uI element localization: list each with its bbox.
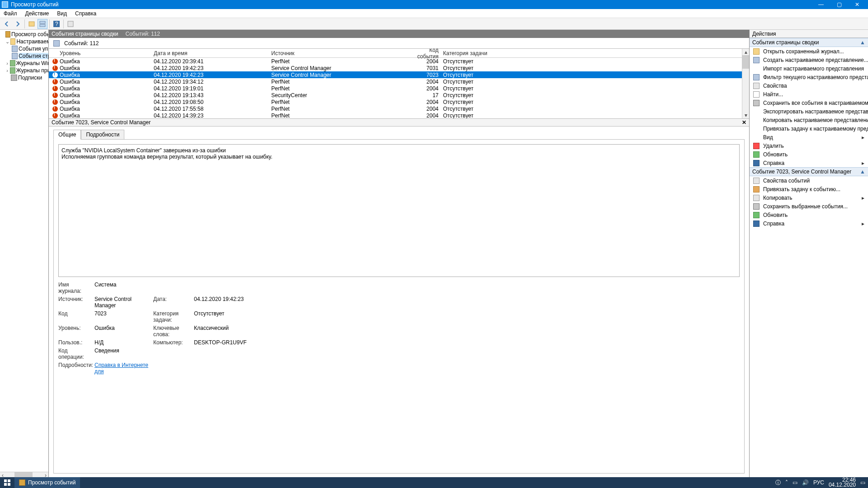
forward-button[interactable]: [13, 19, 23, 29]
svg-rect-0: [29, 22, 34, 26]
col-level[interactable]: Уровень: [60, 50, 154, 56]
tray-help-icon[interactable]: ⓘ: [775, 479, 781, 487]
error-icon: [52, 86, 58, 91]
action-properties[interactable]: Свойства: [750, 81, 868, 90]
table-row[interactable]: Ошибка 04.12.2020 19:08:50 PerfNet 2004 …: [49, 99, 742, 105]
action-delete[interactable]: Удалить: [750, 141, 868, 150]
menu-file[interactable]: Файл: [2, 9, 19, 18]
minimize-button[interactable]: —: [812, 1, 830, 8]
action-save-selected[interactable]: Сохранить выбранные события...: [750, 202, 868, 211]
col-datetime[interactable]: Дата и время: [154, 50, 271, 56]
event-grid: Уровень Дата и время Источник Код событи…: [49, 49, 742, 118]
tray-volume-icon[interactable]: 🔊: [802, 479, 809, 486]
error-icon: [52, 99, 58, 105]
system-tray: ⓘ ˄ ▭ 🔊 РУС 22:4604.12.2020 ▭: [775, 478, 868, 488]
error-icon: [52, 59, 58, 64]
help-icon: [753, 221, 760, 227]
actions-section-1[interactable]: События страницы сводки▲: [750, 38, 868, 47]
tray-chevron-icon[interactable]: ˄: [785, 479, 788, 486]
error-icon: [52, 66, 58, 71]
grid-vscroll[interactable]: ▴▾: [742, 49, 749, 118]
error-icon: [52, 72, 58, 78]
close-button[interactable]: ✕: [848, 1, 866, 8]
action-create-view[interactable]: Создать настраиваемое представление...: [750, 56, 868, 64]
table-row[interactable]: Ошибка 04.12.2020 17:55:58 PerfNet 2004 …: [49, 105, 742, 112]
center-title: События страницы сводки: [52, 31, 118, 37]
table-row[interactable]: Ошибка 04.12.2020 19:42:23 Service Contr…: [49, 71, 742, 78]
menu-help[interactable]: Справка: [73, 9, 98, 18]
settings-button[interactable]: [66, 19, 75, 29]
action-attach-event-task[interactable]: Привязать задачу к событию...: [750, 185, 868, 193]
preview-button[interactable]: [38, 19, 47, 29]
tree-root[interactable]: Просмотр событий: [0, 31, 48, 38]
detail-body: Служба "NVIDIA LocalSystem Container" за…: [53, 139, 745, 474]
tray-network-icon[interactable]: ▭: [793, 479, 797, 486]
action-filter[interactable]: Фильтр текущего настраиваемого представл…: [750, 73, 868, 81]
detail-close-button[interactable]: ✕: [742, 119, 746, 126]
action-find[interactable]: Найти...: [750, 90, 868, 99]
col-source[interactable]: Источник: [271, 50, 416, 56]
action-event-properties[interactable]: Свойства событий: [750, 176, 868, 185]
save-icon: [753, 100, 760, 106]
tree-summary-events[interactable]: События стр: [0, 52, 48, 60]
tree-subscriptions[interactable]: Подписки: [0, 74, 48, 81]
table-row[interactable]: Ошибка 04.12.2020 19:34:12 PerfNet 2004 …: [49, 78, 742, 85]
action-refresh[interactable]: Обновить: [750, 150, 868, 159]
folder-icon: [753, 48, 760, 55]
svg-rect-6: [4, 479, 7, 482]
tray-notifications-icon[interactable]: ▭: [860, 479, 865, 486]
error-icon: [52, 113, 58, 118]
action-view[interactable]: Вид▸: [750, 133, 868, 141]
table-row[interactable]: Ошибка 04.12.2020 19:42:23 Service Contr…: [49, 65, 742, 71]
tray-language[interactable]: РУС: [813, 479, 824, 486]
taskbar-app[interactable]: Просмотр событий: [14, 477, 80, 488]
help-button[interactable]: ?: [52, 19, 61, 29]
menu-view[interactable]: Вид: [55, 9, 69, 18]
menu-action[interactable]: Действие: [24, 9, 51, 18]
tree-admin-events[interactable]: События упр: [0, 45, 48, 52]
actions-section-2[interactable]: Событие 7023, Service Control Manager▲: [750, 167, 868, 176]
table-row[interactable]: Ошибка 04.12.2020 19:19:01 PerfNet 2004 …: [49, 85, 742, 92]
help-link[interactable]: Справка в Интернете для: [94, 362, 148, 375]
refresh-icon: [753, 151, 760, 158]
tab-general[interactable]: Общие: [53, 130, 81, 140]
col-category[interactable]: Категория задачи: [443, 50, 515, 56]
window-titlebar: Просмотр событий — ▢ ✕: [0, 0, 868, 9]
tab-details[interactable]: Подробности: [81, 130, 124, 140]
svg-rect-8: [4, 483, 7, 486]
action-export[interactable]: Экспортировать настраиваемое представлен…: [750, 107, 868, 116]
action-copy-view[interactable]: Копировать настраиваемое представление..…: [750, 116, 868, 124]
action-attach-task[interactable]: Привязать задачу к настраиваемому предст…: [750, 124, 868, 133]
search-icon: [753, 91, 760, 98]
back-button[interactable]: [2, 19, 12, 29]
error-icon: [52, 106, 58, 112]
properties-icon: [753, 83, 760, 89]
action-open-log[interactable]: Открыть сохраненный журнал...: [750, 47, 868, 56]
show-tree-button[interactable]: [27, 19, 37, 29]
error-icon: [52, 93, 58, 98]
table-row[interactable]: Ошибка 04.12.2020 14:39:23 PerfNet 2004 …: [49, 112, 742, 118]
menu-bar: Файл Действие Вид Справка: [0, 9, 868, 18]
tree-custom-views[interactable]: ⌄Настраиваемые: [0, 38, 48, 45]
action-save-all[interactable]: Сохранить все события в настраиваемом пр…: [750, 99, 868, 107]
action-import-view[interactable]: Импорт настраиваемого представления: [750, 64, 868, 73]
maximize-button[interactable]: ▢: [830, 1, 848, 8]
detail-tabs: Общие Подробности: [49, 127, 749, 139]
nav-tree: Просмотр событий ⌄Настраиваемые События …: [0, 30, 49, 477]
grid-header[interactable]: Уровень Дата и время Источник Код событи…: [49, 49, 742, 58]
action-copy[interactable]: Копировать▸: [750, 193, 868, 202]
delete-icon: [753, 143, 760, 149]
action-help[interactable]: Справка▸: [750, 159, 868, 167]
svg-rect-7: [8, 479, 10, 482]
action-help-2[interactable]: Справка▸: [750, 219, 868, 228]
action-refresh-2[interactable]: Обновить: [750, 211, 868, 219]
tray-clock[interactable]: 22:4604.12.2020: [829, 478, 856, 488]
detail-description: Служба "NVIDIA LocalSystem Container" за…: [58, 144, 740, 277]
tree-windows-logs[interactable]: ›Журналы Windo: [0, 60, 48, 67]
tree-app-logs[interactable]: ›Журналы прило: [0, 67, 48, 74]
start-button[interactable]: [0, 477, 14, 488]
tree-hscroll[interactable]: ‹›: [0, 472, 48, 477]
table-row[interactable]: Ошибка 04.12.2020 20:39:41 PerfNet 2004 …: [49, 58, 742, 65]
save-icon: [753, 203, 760, 210]
table-row[interactable]: Ошибка 04.12.2020 19:13:43 SecurityCente…: [49, 92, 742, 99]
